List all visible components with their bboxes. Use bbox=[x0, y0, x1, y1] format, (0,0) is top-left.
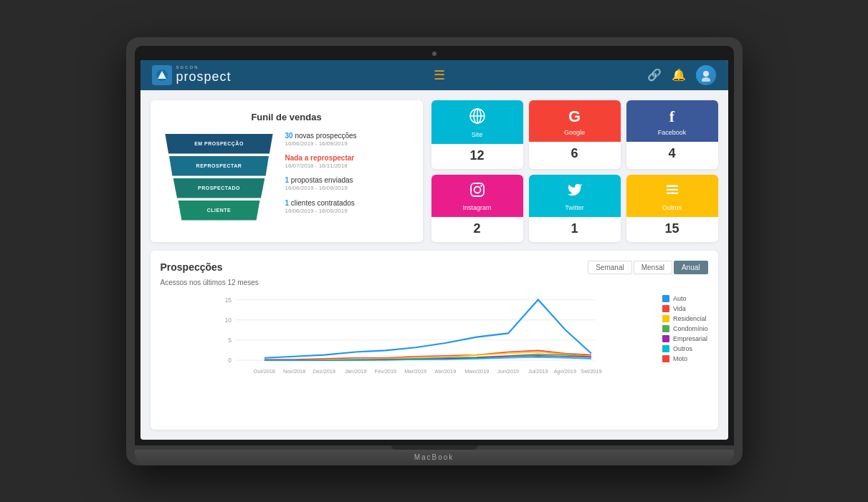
google-label: Google bbox=[564, 129, 585, 136]
legend-dot-vida bbox=[662, 305, 669, 312]
chart-area: 15 10 5 0 Out/2018 Nov/2018 Dez/2018 Jan… bbox=[161, 292, 708, 385]
svg-text:Set/2019: Set/2019 bbox=[581, 367, 601, 374]
btn-anual[interactable]: Anual bbox=[674, 261, 708, 274]
funil-step-prospectado: PROSPECTADO bbox=[171, 178, 268, 198]
btn-mensal[interactable]: Mensal bbox=[634, 261, 672, 274]
svg-point-9 bbox=[474, 186, 480, 193]
funil-stat-4: 1 clientes contratados 16/06/2019 - 16/0… bbox=[285, 198, 411, 215]
logo-name: prospect bbox=[176, 69, 232, 85]
screen-bezel: SGCON prospect ☰ 🔗 🔔 bbox=[135, 46, 734, 445]
topbar: SGCON prospect ☰ 🔗 🔔 bbox=[140, 60, 728, 90]
legend-outros: Outros bbox=[662, 345, 708, 352]
twitter-count: 1 bbox=[529, 217, 621, 242]
svg-text:Nov/2018: Nov/2018 bbox=[283, 367, 305, 374]
funil-step-reprospectar: REPROSPECTAR bbox=[166, 156, 272, 176]
legend-dot-outros bbox=[662, 345, 669, 352]
twitter-icon bbox=[567, 182, 583, 201]
funil-stats: 30 novas prospecções 16/06/2019 - 16/09/… bbox=[285, 131, 411, 216]
prosp-section: Prospecções Semanal Mensal Anual Acessos… bbox=[151, 251, 718, 430]
svg-text:Abr/2019: Abr/2019 bbox=[434, 367, 456, 374]
svg-text:Jun/2019: Jun/2019 bbox=[497, 367, 519, 374]
source-card-facebook[interactable]: f Facebook 4 bbox=[626, 100, 718, 169]
legend-dot-empresarial bbox=[662, 335, 669, 342]
svg-text:Ago/2019: Ago/2019 bbox=[553, 367, 576, 374]
chart-svg: 15 10 5 0 Out/2018 Nov/2018 Dez/2018 Jan… bbox=[161, 292, 655, 378]
funil-step-cliente: CLIENTE bbox=[175, 201, 264, 221]
google-count: 6 bbox=[529, 142, 621, 167]
svg-text:Jan/2019: Jan/2019 bbox=[345, 367, 366, 374]
legend-empresarial: Empresarial bbox=[662, 335, 708, 342]
prosp-title: Prospecções bbox=[161, 261, 223, 273]
svg-text:Jul/2019: Jul/2019 bbox=[528, 367, 548, 374]
funil-diagram: EM PROSPECÇÃO REPROSPECTAR PROSPECTADO C… bbox=[162, 131, 277, 221]
svg-text:Mar/2019: Mar/2019 bbox=[404, 367, 426, 374]
chart-legend: Auto Vida Residencial bbox=[662, 292, 708, 385]
svg-text:15: 15 bbox=[224, 296, 232, 303]
prosp-buttons: Semanal Mensal Anual bbox=[588, 261, 707, 274]
outros-icon bbox=[664, 182, 680, 201]
btn-semanal[interactable]: Semanal bbox=[588, 261, 631, 274]
site-icon bbox=[469, 107, 486, 128]
svg-point-10 bbox=[480, 185, 482, 186]
outros-label: Outros bbox=[662, 204, 682, 211]
svg-rect-12 bbox=[666, 188, 678, 190]
logo-icon bbox=[152, 65, 172, 85]
source-card-outros[interactable]: Outros 15 bbox=[626, 175, 718, 242]
site-count: 12 bbox=[431, 144, 523, 169]
google-icon: G bbox=[568, 107, 581, 126]
svg-text:Maio/2019: Maio/2019 bbox=[464, 367, 489, 374]
twitter-label: Twitter bbox=[565, 204, 584, 211]
instagram-count: 2 bbox=[431, 217, 523, 242]
source-grid: Site 12 G Google 6 bbox=[431, 100, 718, 242]
camera bbox=[432, 52, 437, 56]
prosp-header: Prospecções Semanal Mensal Anual bbox=[161, 261, 708, 274]
laptop-notch bbox=[391, 445, 477, 450]
funil-stat-1: 30 novas prospecções 16/06/2019 - 16/09/… bbox=[285, 131, 411, 148]
source-card-twitter[interactable]: Twitter 1 bbox=[529, 175, 621, 242]
legend-dot-residencial bbox=[662, 315, 669, 322]
funil-card: Funil de vendas EM PROSPECÇÃO REPROSPECT… bbox=[151, 100, 423, 242]
facebook-icon: f bbox=[669, 107, 674, 126]
laptop-brand-label: MacBook bbox=[414, 453, 454, 461]
top-row: Funil de vendas EM PROSPECÇÃO REPROSPECT… bbox=[151, 100, 718, 242]
legend-dot-auto bbox=[662, 295, 669, 302]
legend-dot-moto bbox=[662, 355, 669, 362]
svg-text:10: 10 bbox=[224, 316, 232, 323]
main-content: Funil de vendas EM PROSPECÇÃO REPROSPECT… bbox=[140, 90, 728, 440]
chart-main: 15 10 5 0 Out/2018 Nov/2018 Dez/2018 Jan… bbox=[161, 292, 655, 385]
instagram-label: Instagram bbox=[462, 204, 491, 211]
laptop-frame: SGCON prospect ☰ 🔗 🔔 bbox=[126, 37, 743, 465]
svg-text:Dez/2018: Dez/2018 bbox=[313, 367, 335, 374]
topbar-right: 🔗 🔔 bbox=[647, 65, 716, 85]
svg-text:Out/2018: Out/2018 bbox=[253, 367, 275, 374]
facebook-count: 4 bbox=[626, 142, 718, 167]
site-label: Site bbox=[472, 131, 483, 138]
svg-point-3 bbox=[702, 77, 710, 82]
source-card-google[interactable]: G Google 6 bbox=[529, 100, 621, 169]
source-card-instagram[interactable]: Instagram 2 bbox=[431, 175, 523, 242]
laptop-base: MacBook bbox=[135, 450, 734, 465]
prosp-subtitle: Acessos nos últimos 12 meses bbox=[161, 279, 708, 286]
svg-text:5: 5 bbox=[228, 336, 232, 343]
funil-stat-3: 1 propostas enviadas 16/06/2019 - 16/09/… bbox=[285, 175, 411, 192]
funil-title: Funil de vendas bbox=[162, 112, 411, 122]
funil-step-prospeccao: EM PROSPECÇÃO bbox=[162, 134, 277, 154]
source-card-site[interactable]: Site 12 bbox=[431, 100, 523, 169]
legend-vida: Vida bbox=[662, 305, 708, 312]
bell-icon[interactable]: 🔔 bbox=[672, 68, 686, 82]
svg-text:0: 0 bbox=[228, 357, 232, 364]
svg-rect-11 bbox=[666, 185, 678, 186]
avatar[interactable] bbox=[696, 65, 716, 85]
screen: SGCON prospect ☰ 🔗 🔔 bbox=[140, 60, 728, 440]
funil-content: EM PROSPECÇÃO REPROSPECTAR PROSPECTADO C… bbox=[162, 131, 411, 221]
svg-text:Fev/2019: Fev/2019 bbox=[374, 367, 396, 374]
legend-auto: Auto bbox=[662, 295, 708, 302]
menu-icon[interactable]: ☰ bbox=[434, 67, 445, 83]
legend-dot-condominio bbox=[662, 325, 669, 332]
legend-condominio: Condomínio bbox=[662, 325, 708, 332]
outros-count: 15 bbox=[626, 217, 718, 242]
legend-moto: Moto bbox=[662, 355, 708, 362]
svg-rect-13 bbox=[666, 192, 678, 193]
link-icon[interactable]: 🔗 bbox=[647, 68, 662, 82]
instagram-icon bbox=[469, 182, 485, 201]
